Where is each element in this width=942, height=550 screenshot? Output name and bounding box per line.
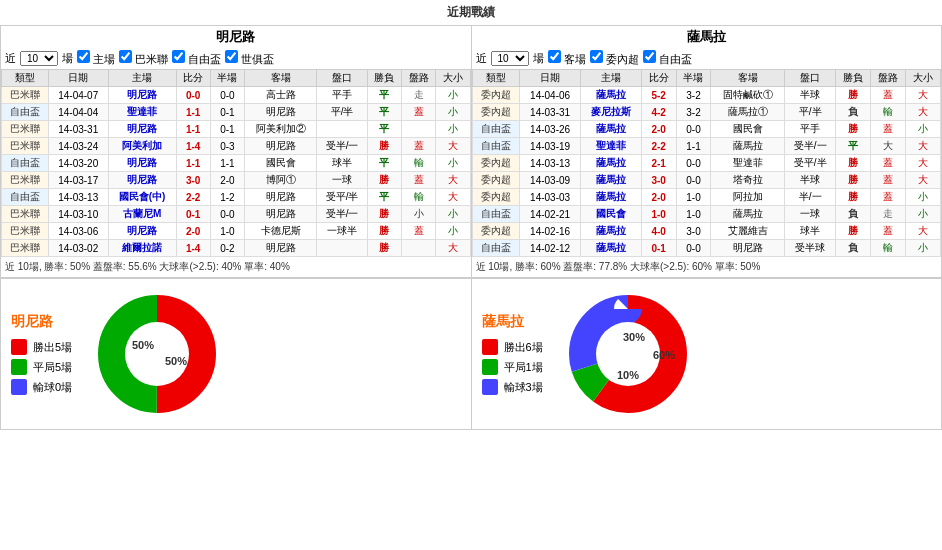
left-col-size: 大小: [436, 70, 470, 87]
left-col-type: 類型: [2, 70, 49, 87]
left-bamilian-checkbox[interactable]: [119, 50, 132, 63]
right-col-handicap: 盤口: [784, 70, 835, 87]
table-row: 自由盃14-03-20明尼路1-11-1國民會球半平輸小: [2, 155, 471, 172]
right-chart-pct-win: 60%: [653, 349, 675, 361]
left-chart-area: 明尼路 勝出5場 平局5場 輸球0場: [1, 279, 472, 429]
left-win-color: [11, 339, 27, 355]
left-chart-pct1: 50%: [132, 339, 154, 351]
right-draw-legend: 平局1場: [482, 359, 543, 375]
right-recent-label: 近: [476, 51, 487, 66]
left-ziyubei-checkbox-label[interactable]: 自由盃: [172, 50, 221, 67]
right-stats-summary: 近 10場, 勝率: 60% 蓋盤率: 77.8% 大球率(>2.5): 60%…: [472, 257, 942, 277]
left-bamilian-checkbox-label[interactable]: 巴米聯: [119, 50, 168, 67]
right-col-date: 日期: [520, 70, 581, 87]
left-stats-summary: 近 10場, 勝率: 50% 蓋盤率: 55.6% 大球率(>2.5): 40%…: [1, 257, 471, 277]
table-row: 自由盃14-03-13國民會(中)2-21-2明尼路受平/半平輸大: [2, 189, 471, 206]
left-col-half: 半場: [210, 70, 244, 87]
right-filter-row: 近 10 場 客場 委內超 自由盃: [472, 48, 942, 69]
table-row: 自由盃14-03-19聖達菲2-21-1薩馬拉受半/一平大大: [472, 138, 941, 155]
table-row: 自由盃14-03-26薩馬拉2-00-0國民會平手勝蓋小: [472, 121, 941, 138]
right-win-label: 勝出6場: [504, 340, 543, 355]
left-home-checkbox-label[interactable]: 主場: [77, 50, 115, 67]
table-row: 委內超14-03-31麥尼拉斯4-23-2薩馬拉①平/半負輸大: [472, 104, 941, 121]
table-row: 巴米聯14-03-24阿美利加1-40-3明尼路受半/一勝蓋大: [2, 138, 471, 155]
table-row: 委內超14-03-03薩馬拉2-01-0阿拉加半/一勝蓋小: [472, 189, 941, 206]
right-col-home: 主場: [580, 70, 641, 87]
left-col-handicap: 盤口: [317, 70, 367, 87]
left-loss-color: [11, 379, 27, 395]
table-row: 委內超14-03-09薩馬拉3-00-0塔奇拉半球勝蓋大: [472, 172, 941, 189]
svg-point-2: [125, 322, 189, 386]
table-row: 委內超14-02-16薩馬拉4-03-0艾麗維吉球半勝蓋大: [472, 223, 941, 240]
bottom-section: 明尼路 勝出5場 平局5場 輸球0場: [0, 278, 942, 430]
table-row: 巴米聯14-03-31明尼路1-10-1阿美利加②平小: [2, 121, 471, 138]
right-col-type: 類型: [472, 70, 520, 87]
right-donut-chart: 30% 60% 10%: [563, 289, 693, 419]
left-stats-table: 類型 日期 主場 比分 半場 客場 盤口 勝負 盤路 大小 巴米聯14-04-0…: [1, 69, 471, 257]
right-away-checkbox-label[interactable]: 客場: [548, 50, 586, 67]
left-draw-color: [11, 359, 27, 375]
right-loss-color: [482, 379, 498, 395]
right-col-score: 比分: [641, 70, 676, 87]
left-win-legend: 勝出5場: [11, 339, 72, 355]
right-ziyubei-checkbox-label[interactable]: 自由盃: [643, 50, 692, 67]
left-team-name: 明尼路: [1, 26, 471, 48]
left-donut-chart: 50% 50%: [92, 289, 222, 419]
right-draw-label: 平局1場: [504, 360, 543, 375]
left-legend: 勝出5場 平局5場 輸球0場: [11, 339, 72, 395]
table-row: 自由盃14-04-04聖達菲1-10-1明尼路平/半平蓋小: [2, 104, 471, 121]
right-win-color: [482, 339, 498, 355]
left-loss-label: 輸球0場: [33, 380, 72, 395]
right-loss-label: 輸球3場: [504, 380, 543, 395]
right-stats-table: 類型 日期 主場 比分 半場 客場 盤口 勝負 盤路 大小 委內超14-04-0…: [472, 69, 942, 257]
table-row: 巴米聯14-03-02維爾拉諾1-40-2明尼路勝大: [2, 240, 471, 257]
right-team-section: 薩馬拉 近 10 場 客場 委內超 自由盃 類型 日期 主場 比分 半場 客場 …: [471, 25, 943, 278]
right-count-select[interactable]: 10: [491, 51, 529, 66]
left-filter-row: 近 10 場 主場 巴米聯 自由盃 世俱盃: [1, 48, 471, 69]
table-row: 委內超14-03-13薩馬拉2-10-0聖達菲受平/半勝蓋大: [472, 155, 941, 172]
table-row: 巴米聯14-03-17明尼路3-02-0博阿①一球勝蓋大: [2, 172, 471, 189]
left-ziyubei-checkbox[interactable]: [172, 50, 185, 63]
left-shijubei-checkbox-label[interactable]: 世俱盃: [225, 50, 274, 67]
left-loss-legend: 輸球0場: [11, 379, 72, 395]
left-col-score: 比分: [176, 70, 210, 87]
left-draw-legend: 平局5場: [11, 359, 72, 375]
right-col-result: 勝負: [836, 70, 871, 87]
left-recent-label: 近: [5, 51, 16, 66]
right-col-half: 半場: [676, 70, 711, 87]
left-col-home: 主場: [108, 70, 176, 87]
table-row: 自由盃14-02-21國民會1-01-0薩馬拉一球負走小: [472, 206, 941, 223]
right-chart-pct-loss: 30%: [623, 331, 645, 343]
left-col-result: 勝負: [367, 70, 401, 87]
left-win-label: 勝出5場: [33, 340, 72, 355]
right-weinei-checkbox-label[interactable]: 委內超: [590, 50, 639, 67]
right-chart-area: 薩馬拉 勝出6場 平局1場 輸球3場: [472, 279, 942, 429]
left-draw-label: 平局5場: [33, 360, 72, 375]
left-shijubei-checkbox[interactable]: [225, 50, 238, 63]
left-count-select[interactable]: 10: [20, 51, 58, 66]
right-weinei-checkbox[interactable]: [590, 50, 603, 63]
right-win-legend: 勝出6場: [482, 339, 543, 355]
page-title: 近期戰績: [0, 0, 942, 25]
left-chart-pct2: 50%: [165, 355, 187, 367]
left-col-away: 客場: [245, 70, 317, 87]
right-col-line: 盤路: [871, 70, 906, 87]
left-col-date: 日期: [48, 70, 108, 87]
table-row: 巴米聯14-03-06明尼路2-01-0卡德尼斯一球半勝蓋小: [2, 223, 471, 240]
table-row: 委內超14-04-06薩馬拉5-23-2固特鹹砍①半球勝蓋大: [472, 87, 941, 104]
left-team-section: 明尼路 近 10 場 主場 巴米聯 自由盃 世俱盃 類型 日期 主場 比分 半場…: [0, 25, 471, 278]
right-bottom-title: 薩馬拉: [482, 313, 543, 331]
right-col-size: 大小: [906, 70, 941, 87]
right-away-checkbox[interactable]: [548, 50, 561, 63]
right-legend: 勝出6場 平局1場 輸球3場: [482, 339, 543, 395]
table-row: 巴米聯14-04-07明尼路0-00-0高士路平手平走小: [2, 87, 471, 104]
table-row: 自由盃14-02-12薩馬拉0-10-0明尼路受半球負輸小: [472, 240, 941, 257]
right-chart-pct-draw: 10%: [617, 369, 639, 381]
right-draw-color: [482, 359, 498, 375]
right-ziyubei-checkbox[interactable]: [643, 50, 656, 63]
right-team-name: 薩馬拉: [472, 26, 942, 48]
table-row: 巴米聯14-03-10古蘭尼M0-10-0明尼路受半/一勝小小: [2, 206, 471, 223]
left-home-checkbox[interactable]: [77, 50, 90, 63]
right-loss-legend: 輸球3場: [482, 379, 543, 395]
left-col-line: 盤路: [401, 70, 435, 87]
